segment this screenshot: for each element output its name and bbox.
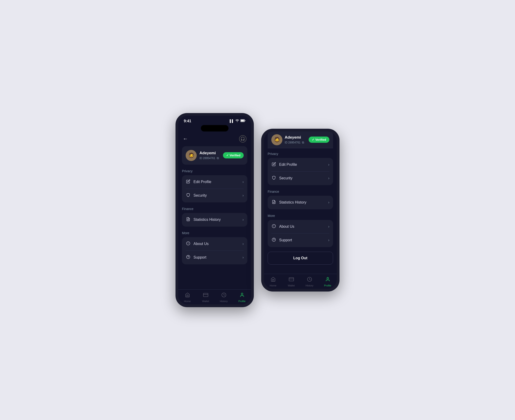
battery-icon — [241, 119, 246, 123]
support-icon — [186, 255, 191, 260]
security-icon-right — [271, 176, 276, 181]
security-item[interactable]: Security › — [182, 189, 247, 202]
svg-rect-21 — [289, 278, 293, 281]
headset-button[interactable]: 🎧 — [239, 135, 246, 142]
support-icon-right — [271, 238, 276, 243]
security-item-right[interactable]: Security › — [268, 172, 333, 185]
privacy-menu-group: Edit Profile › Security › — [182, 175, 247, 202]
verified-badge-right: ✓ Verified — [309, 136, 329, 143]
status-bar: 9:41 ▌▌ — [178, 116, 251, 125]
profile-name: Adeyemi — [199, 151, 219, 155]
about-us-item-right[interactable]: About Us › — [268, 220, 333, 233]
security-label: Security — [193, 193, 207, 198]
profile-card: 🧔 Adeyemi ID 28954761 ⧉ ✓ Verified — [182, 146, 247, 165]
signal-icon: ▌▌ — [230, 119, 234, 123]
about-us-icon-right — [271, 224, 276, 229]
nav-profile[interactable]: Profile — [233, 292, 251, 303]
avatar-right: 🧔 — [271, 134, 282, 145]
wallet-nav-label-right: Wallet — [288, 284, 295, 287]
avatar: 🧔 — [186, 150, 197, 161]
support-chevron: › — [242, 255, 244, 260]
phone-content: ← 🎧 🧔 Adeyemi ID 28954761 ⧉ ✓ Verified — [178, 133, 251, 289]
history-nav-label-right: History — [305, 284, 313, 287]
history-icon-right — [307, 277, 312, 283]
edit-profile-chevron: › — [242, 180, 244, 184]
profile-nav-label-right: Profile — [324, 284, 331, 287]
profile-icon — [240, 292, 245, 299]
top-bar: ← 🎧 — [178, 133, 251, 146]
statistics-history-label: Statistics History — [193, 218, 221, 222]
right-phone: 🧔 Adeyemi ID 28954761 ⧉ ✓ Verified Priva… — [261, 129, 340, 292]
edit-profile-item[interactable]: Edit Profile › — [182, 175, 247, 189]
partial-profile-top: 🧔 Adeyemi ID 28954761 ⧉ — [271, 134, 304, 145]
edit-profile-chevron-right: › — [328, 163, 329, 167]
more-menu-group-right: About Us › Support — [268, 220, 333, 247]
security-label-right: Security — [279, 176, 293, 180]
security-icon — [186, 193, 191, 198]
bottom-nav: Home Wallet History Profile — [178, 289, 251, 304]
nav-history[interactable]: History — [215, 292, 233, 303]
support-label-right: Support — [279, 238, 292, 242]
wallet-nav-label: Wallet — [202, 300, 209, 303]
finance-section-label: Finance — [178, 207, 251, 213]
statistics-history-item[interactable]: Statistics History › — [182, 213, 247, 227]
security-chevron-right: › — [328, 176, 329, 180]
about-us-label-right: About Us — [279, 225, 294, 229]
statistics-history-label-right: Statistics History — [279, 200, 306, 204]
verified-badge: ✓ Verified — [223, 152, 244, 158]
statistics-history-item-right[interactable]: Statistics History › — [268, 196, 333, 209]
support-item[interactable]: Support › — [182, 251, 247, 264]
edit-profile-label-right: Edit Profile — [279, 163, 297, 167]
profile-nav-label: Profile — [238, 300, 246, 303]
about-us-label: About Us — [193, 242, 209, 246]
status-time: 9:41 — [184, 119, 191, 123]
bottom-nav-right: Home Wallet History Profile — [264, 274, 337, 289]
statistics-history-chevron-right: › — [328, 200, 329, 204]
privacy-menu-group-right: Edit Profile › Security › — [268, 158, 333, 185]
finance-menu-group-right: Statistics History › — [268, 196, 333, 209]
privacy-section-label: Privacy — [178, 169, 251, 175]
more-section-label: More — [178, 231, 251, 237]
profile-left: 🧔 Adeyemi ID 28954761 ⧉ — [186, 150, 219, 161]
about-us-chevron: › — [242, 242, 244, 246]
history-icon — [221, 292, 227, 299]
wallet-icon — [203, 292, 208, 299]
home-nav-label-right: Home — [270, 284, 276, 287]
support-label: Support — [193, 255, 206, 260]
back-button[interactable]: ← — [183, 136, 188, 142]
about-us-chevron-right: › — [328, 225, 329, 229]
statistics-history-chevron: › — [242, 218, 244, 222]
home-icon-right — [271, 277, 276, 283]
svg-rect-1 — [241, 120, 244, 122]
nav-profile-right[interactable]: Profile — [318, 277, 337, 287]
nav-wallet[interactable]: Wallet — [197, 292, 215, 303]
nav-home-right[interactable]: Home — [264, 277, 282, 287]
nav-history-right[interactable]: History — [300, 277, 318, 287]
right-phone-content: Privacy Edit Profile › — [264, 148, 337, 274]
support-chevron-right: › — [328, 238, 329, 242]
copy-id-right[interactable]: ⧉ — [302, 141, 304, 144]
svg-rect-2 — [245, 120, 246, 121]
nav-home[interactable]: Home — [178, 292, 197, 303]
wallet-icon-right — [289, 277, 294, 283]
status-icons: ▌▌ — [230, 119, 246, 123]
edit-profile-label: Edit Profile — [193, 180, 211, 184]
about-us-item[interactable]: About Us › — [182, 237, 247, 251]
profile-icon-right — [325, 277, 330, 283]
profile-info: Adeyemi ID 28954761 ⧉ — [199, 151, 219, 160]
support-item-right[interactable]: Support › — [268, 233, 333, 247]
statistics-history-icon — [186, 217, 191, 222]
edit-profile-icon-right — [271, 162, 276, 167]
finance-section-label-right: Finance — [264, 190, 337, 196]
copy-id-button[interactable]: ⧉ — [217, 156, 219, 160]
more-section-label-right: More — [264, 214, 337, 220]
logout-button[interactable]: Log Out — [268, 252, 333, 265]
profile-id: ID 28954761 ⧉ — [199, 156, 219, 160]
svg-rect-10 — [203, 293, 208, 297]
privacy-section-label-right: Privacy — [264, 148, 337, 158]
history-nav-label: History — [220, 300, 227, 303]
nav-wallet-right[interactable]: Wallet — [282, 277, 300, 287]
wifi-icon — [235, 119, 239, 123]
about-us-icon — [186, 241, 191, 247]
edit-profile-item-right[interactable]: Edit Profile › — [268, 158, 333, 172]
